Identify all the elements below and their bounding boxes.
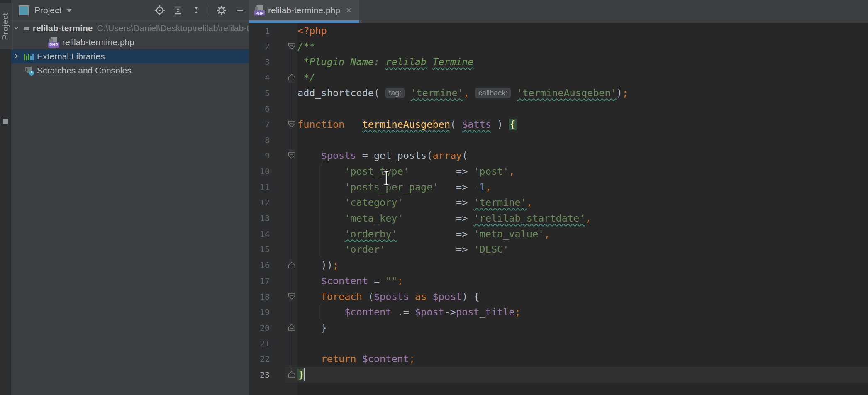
toolbar-separator xyxy=(209,5,209,16)
code-line[interactable]: 20 } xyxy=(249,320,868,336)
php-file-icon: PHP xyxy=(48,37,59,48)
project-tool-window-icon xyxy=(19,5,29,15)
code-line[interactable]: 7function termineAusgeben( $atts ) { xyxy=(249,117,868,132)
code-line[interactable]: 1<?php xyxy=(249,23,868,39)
tree-row-scratches[interactable]: Scratches and Consoles xyxy=(11,63,249,78)
external-libraries-label: External Libraries xyxy=(37,51,105,61)
code-line[interactable]: 9 $posts = get_posts(array( xyxy=(249,148,868,164)
fold-marker-start[interactable] xyxy=(288,43,295,51)
fold-marker-end[interactable] xyxy=(288,324,295,332)
code-line[interactable]: 4 */ xyxy=(249,70,868,85)
code-line[interactable]: 6 xyxy=(249,101,868,117)
code-line[interactable]: 17 $content = ""; xyxy=(249,273,868,289)
code-text: $content = ""; xyxy=(297,275,403,287)
fold-layer xyxy=(249,23,297,395)
code-line[interactable]: 3 *Plugin Name: relilab Termine xyxy=(249,54,868,70)
locate-icon[interactable] xyxy=(154,5,166,16)
code-text: *Plugin Name: relilab Termine xyxy=(297,56,473,68)
php-file-icon: PHP xyxy=(254,5,265,16)
code-line[interactable]: 22 return $content; xyxy=(249,351,868,367)
code-text: return $content; xyxy=(297,353,415,365)
libraries-icon xyxy=(24,53,34,60)
code-line[interactable]: 23} xyxy=(249,367,868,383)
editor-tab-bar: PHP relilab-termine.php × xyxy=(249,0,868,23)
scratches-label: Scratches and Consoles xyxy=(37,66,132,76)
expand-all-icon[interactable] xyxy=(172,5,184,16)
code-text: 'orderby' => 'meta_value', xyxy=(297,228,550,240)
code-line[interactable]: 11 'posts_per_page' => -1, xyxy=(249,179,868,195)
chevron-down-icon[interactable] xyxy=(66,9,72,12)
close-icon[interactable]: × xyxy=(346,6,351,15)
project-panel: Project xyxy=(11,0,250,395)
code-text: 'category' => 'termine', xyxy=(297,197,532,208)
project-stripe-button[interactable]: Project xyxy=(0,3,11,49)
settings-gear-icon[interactable] xyxy=(216,5,227,16)
code-area[interactable]: 1<?php2/**3 *Plugin Name: relilab Termin… xyxy=(249,23,868,395)
ide-window: Project Project xyxy=(0,0,868,395)
text-caret xyxy=(304,368,305,381)
code-text: )); xyxy=(297,259,339,271)
tab-title: relilab-termine.php xyxy=(268,5,340,15)
code-line[interactable]: 21 xyxy=(249,336,868,351)
tool-window-square-icon[interactable] xyxy=(3,119,8,124)
code-text: 'posts_per_page' => -1, xyxy=(297,181,491,193)
tree-row-php-file[interactable]: PHP relilab-termine.php xyxy=(11,35,249,49)
project-stripe-label: Project xyxy=(1,12,10,40)
code-text: 'post_type' => 'post', xyxy=(297,166,515,177)
fold-marker-end[interactable] xyxy=(288,74,295,82)
code-text: 'order' => 'DESC' xyxy=(297,244,509,255)
project-panel-title[interactable]: Project xyxy=(34,5,61,15)
code-text: $posts = get_posts(array( xyxy=(297,150,468,161)
code-text: } xyxy=(297,322,327,334)
code-line[interactable]: 19 $content .= $post->post_title; xyxy=(249,304,868,320)
collapse-all-icon[interactable] xyxy=(190,5,202,16)
tree-row-external-libraries[interactable]: External Libraries xyxy=(11,49,249,63)
fold-marker-end[interactable] xyxy=(288,371,295,379)
php-file-label: relilab-termine.php xyxy=(62,37,134,47)
code-text: function termineAusgeben( $atts ) { xyxy=(297,119,517,130)
fold-marker-start[interactable] xyxy=(288,152,295,161)
code-line[interactable]: 12 'category' => 'termine', xyxy=(249,195,868,211)
tree-row-project-root[interactable]: relilab-termine C:\Users\Daniel\Desktop\… xyxy=(11,21,249,35)
root-folder-path: C:\Users\Daniel\Desktop\relilab\relilab-… xyxy=(97,23,249,33)
project-panel-header: Project xyxy=(11,0,249,21)
root-folder-label: relilab-termine xyxy=(33,23,93,33)
code-line[interactable]: 10 'post_type' => 'post', xyxy=(249,163,868,179)
code-text: */ xyxy=(297,72,315,83)
code-line[interactable]: 15 'order' => 'DESC' xyxy=(249,242,868,258)
fold-marker-start[interactable] xyxy=(288,121,295,129)
fold-marker-end[interactable] xyxy=(288,262,295,270)
fold-marker-start[interactable] xyxy=(288,293,295,301)
code-line[interactable]: 18 foreach ($posts as $post) { xyxy=(249,289,868,305)
code-text: 'meta_key' => 'relilab_startdate', xyxy=(297,212,591,224)
code-text: /** xyxy=(297,41,315,52)
chevron-collapsed-icon[interactable] xyxy=(13,53,20,59)
code-line[interactable]: 13 'meta_key' => 'relilab_startdate', xyxy=(249,210,868,226)
code-text: <?php xyxy=(297,25,327,37)
editor: PHP relilab-termine.php × 1<?php2/**3 *P… xyxy=(249,0,868,395)
project-tree: relilab-termine C:\Users\Daniel\Desktop\… xyxy=(11,21,249,395)
folder-icon xyxy=(24,24,29,32)
chevron-expanded-icon[interactable] xyxy=(13,24,20,31)
code-line[interactable]: 16 )); xyxy=(249,257,868,273)
mouse-ibeam-cursor xyxy=(381,169,392,187)
code-text: add_shortcode( tag: 'termine', callback:… xyxy=(297,87,628,99)
code-lines: 1<?php2/**3 *Plugin Name: relilab Termin… xyxy=(249,23,868,383)
code-line[interactable]: 5add_shortcode( tag: 'termine', callback… xyxy=(249,85,868,101)
scratches-icon xyxy=(25,66,34,75)
code-text: $content .= $post->post_title; xyxy=(297,306,521,318)
code-text: foreach ($posts as $post) { xyxy=(297,291,480,302)
code-line[interactable]: 14 'orderby' => 'meta_value', xyxy=(249,226,868,242)
tab-relilab-termine-php[interactable]: PHP relilab-termine.php × xyxy=(249,0,359,21)
code-line[interactable]: 2/** xyxy=(249,39,868,54)
hide-panel-icon[interactable] xyxy=(234,5,246,16)
code-line[interactable]: 8 xyxy=(249,132,868,148)
tool-window-stripe: Project xyxy=(0,0,11,395)
